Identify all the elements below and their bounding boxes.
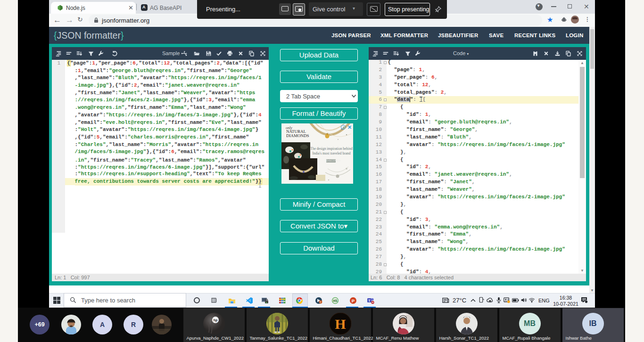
svg-text:H: H	[335, 316, 346, 332]
svg-text:T: T	[368, 299, 371, 302]
svg-text:HS: HS	[333, 299, 338, 302]
svg-text:hp: hp	[213, 318, 217, 322]
svg-text:P: P	[352, 298, 355, 303]
